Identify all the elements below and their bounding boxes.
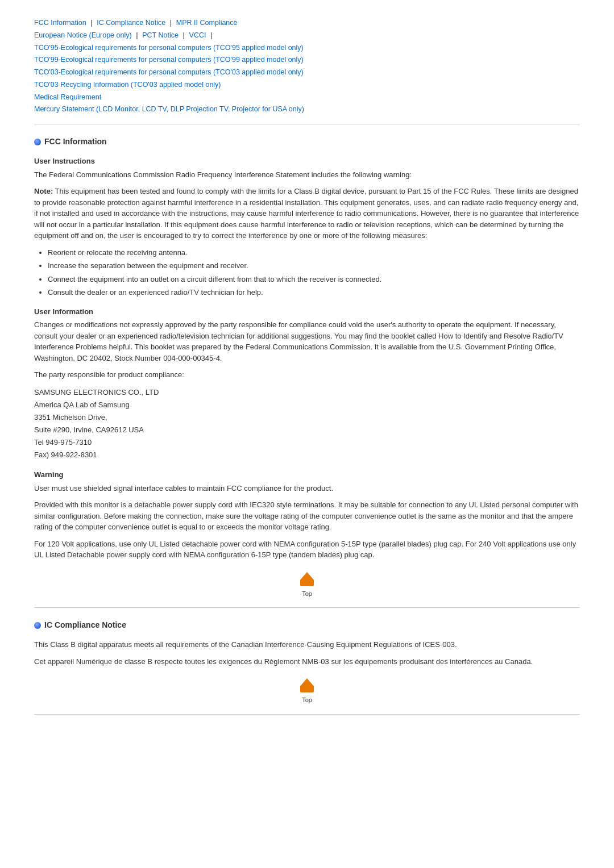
fcc-content: User Instructions The Federal Communicat…	[34, 156, 580, 598]
fcc-heading-text: FCC Information	[44, 136, 107, 148]
fcc-section: FCC Information User Instructions The Fe…	[34, 136, 580, 598]
ic-top-button-container: Top	[34, 677, 580, 705]
top-arrow-svg	[297, 571, 317, 589]
warning-heading: Warning	[34, 469, 580, 481]
nav-tco95[interactable]: TCO'95-Ecological requirements for perso…	[34, 44, 304, 52]
top-icon	[297, 571, 317, 589]
nav-european[interactable]: European Notice (Europe only)	[34, 31, 132, 39]
nav-vcci[interactable]: VCCI	[189, 31, 206, 39]
user-instructions-heading: User Instructions	[34, 156, 580, 167]
measures-list: Reorient or relocate the receiving anten…	[34, 247, 580, 298]
fcc-top-button-container: Top	[34, 571, 580, 599]
ic-para2: Cet appareil Numérique de classe B respe…	[34, 656, 580, 667]
svg-marker-3	[300, 678, 314, 686]
nav-mpr[interactable]: MPR II Compliance	[176, 19, 238, 27]
nav-line-8: Mercury Statement (LCD Monitor, LCD TV, …	[34, 103, 580, 115]
note-bold: Note:	[34, 187, 53, 195]
ic-content: This Class B digital apparatus meets all…	[34, 639, 580, 705]
nav-tco03-recycling[interactable]: TCO'03 Recycling Information (TCO'03 app…	[34, 81, 221, 89]
user-information-heading: User Information	[34, 306, 580, 318]
user-information-para2: The party responsible for product compli…	[34, 369, 580, 381]
user-instructions-intro: The Federal Communications Commission Ra…	[34, 169, 580, 181]
list-item: Connect the equipment into an outlet on …	[48, 274, 580, 285]
ic-bullet-icon	[34, 622, 41, 629]
svg-rect-0	[300, 579, 314, 586]
address-text: SAMSUNG ELECTRONICS CO., LTD America QA …	[34, 388, 159, 459]
address-block: SAMSUNG ELECTRONICS CO., LTD America QA …	[34, 386, 580, 462]
ic-top-arrow-svg	[297, 677, 317, 695]
warning-para3: For 120 Volt applications, use only UL L…	[34, 539, 580, 561]
nav-line-6: TCO'03 Recycling Information (TCO'03 app…	[34, 79, 580, 90]
bottom-divider	[34, 714, 580, 715]
nav-pct[interactable]: PCT Notice	[142, 31, 179, 39]
fcc-top-button[interactable]: Top	[297, 571, 317, 599]
fcc-heading: FCC Information	[34, 136, 580, 148]
warning-para2: Provided with this monitor is a detachab…	[34, 499, 580, 533]
ic-top-button[interactable]: Top	[297, 677, 317, 705]
svg-rect-2	[300, 686, 314, 692]
ic-heading: IC Compliance Notice	[34, 619, 580, 631]
nav-medical[interactable]: Medical Requirement	[34, 93, 101, 101]
fcc-top-label: Top	[302, 589, 312, 599]
ic-divider	[34, 607, 580, 608]
nav-line-5: TCO'03-Ecological requirements for perso…	[34, 66, 580, 78]
nav-tco99[interactable]: TCO'99-Ecological requirements for perso…	[34, 56, 304, 64]
nav-line-4: TCO'99-Ecological requirements for perso…	[34, 54, 580, 65]
user-information-para1: Changes or modifications not expressly a…	[34, 319, 580, 364]
nav-line-3: TCO'95-Ecological requirements for perso…	[34, 42, 580, 53]
list-item: Reorient or relocate the receiving anten…	[48, 247, 580, 258]
note-text: This equipment has been tested and found…	[34, 187, 579, 240]
nav-tco03[interactable]: TCO'03-Ecological requirements for perso…	[34, 68, 304, 76]
navigation-links: FCC Information | IC Compliance Notice |…	[34, 17, 580, 115]
nav-line-7: Medical Requirement	[34, 91, 580, 103]
nav-line-1: FCC Information | IC Compliance Notice |…	[34, 17, 580, 28]
top-divider	[34, 124, 580, 124]
svg-marker-1	[300, 572, 314, 580]
ic-section: IC Compliance Notice This Class B digita…	[34, 619, 580, 705]
list-item: Increase the separation between the equi…	[48, 260, 580, 272]
fcc-bullet-icon	[34, 139, 41, 145]
warning-para1: User must use shielded signal interface …	[34, 483, 580, 494]
ic-top-label: Top	[302, 695, 312, 705]
ic-top-icon	[297, 677, 317, 695]
nav-fcc-info[interactable]: FCC Information	[34, 19, 86, 27]
user-instructions-note: Note: This equipment has been tested and…	[34, 186, 580, 241]
list-item: Consult the dealer or an experienced rad…	[48, 287, 580, 298]
nav-line-2: European Notice (Europe only) | PCT Noti…	[34, 30, 580, 41]
nav-ic-compliance[interactable]: IC Compliance Notice	[97, 19, 165, 27]
ic-heading-text: IC Compliance Notice	[44, 619, 126, 631]
ic-para1: This Class B digital apparatus meets all…	[34, 639, 580, 650]
nav-mercury[interactable]: Mercury Statement (LCD Monitor, LCD TV, …	[34, 105, 304, 113]
